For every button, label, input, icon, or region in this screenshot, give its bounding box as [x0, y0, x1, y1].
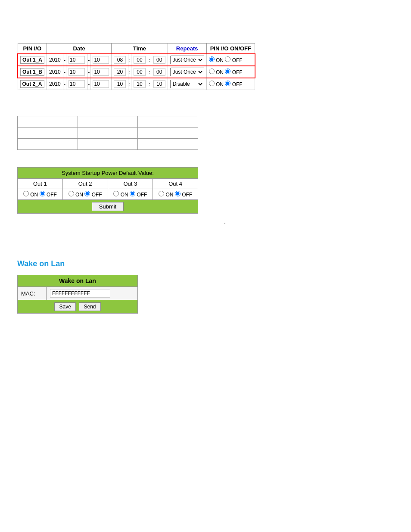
- date-sep1-2: -: [63, 66, 66, 78]
- startup-col-out2: Out 2: [62, 179, 108, 189]
- scheduler-min-1: [131, 54, 148, 66]
- off-radio-2[interactable]: [225, 68, 230, 74]
- startup-submit-cell: Submit: [18, 200, 198, 214]
- on-radio-2[interactable]: [209, 68, 215, 74]
- wol-title: Wake on Lan: [17, 259, 402, 268]
- startup-submit-button[interactable]: Submit: [92, 202, 124, 211]
- startup-out1-on-label[interactable]: ON: [23, 192, 38, 198]
- scheduler-section: PIN I/O Date Time Repeats PIN I/O ON/OFF…: [17, 43, 402, 90]
- wol-send-button[interactable]: Send: [79, 302, 100, 311]
- date-sep2-2: -: [87, 66, 90, 78]
- scheduler-table: PIN I/O Date Time Repeats PIN I/O ON/OFF…: [17, 43, 255, 90]
- scheduler-day-3: [90, 78, 112, 90]
- startup-out1-off-radio[interactable]: [40, 191, 45, 196]
- header-pin-io: PIN I/O: [18, 44, 47, 54]
- startup-out1-off-label[interactable]: OFF: [40, 192, 57, 198]
- scheduler-hour-2: [112, 66, 128, 78]
- sec-input-1[interactable]: [153, 56, 165, 64]
- scheduler-year-1: 2010: [47, 54, 63, 66]
- startup-submit-row: Submit: [18, 200, 198, 214]
- hour-input-2[interactable]: [114, 68, 126, 76]
- repeats-select-2[interactable]: RepeatsJust OnceDisable: [170, 68, 204, 76]
- startup-out4-off-radio[interactable]: [175, 191, 181, 196]
- sec-input-2[interactable]: [153, 68, 165, 76]
- scheduler-sec-1: [151, 54, 168, 66]
- off-radio-3[interactable]: [225, 81, 230, 86]
- startup-out2-off-label[interactable]: OFF: [84, 192, 102, 198]
- month-input-3[interactable]: [68, 80, 85, 88]
- header-time: Time: [112, 44, 168, 54]
- startup-table: System Startup Power Default Value: Out …: [17, 167, 198, 214]
- startup-col-out4: Out 4: [153, 179, 198, 189]
- min-input-3[interactable]: [134, 80, 146, 88]
- startup-out1-on-radio[interactable]: [23, 191, 29, 196]
- day-input-3[interactable]: [93, 80, 109, 88]
- off-label-3[interactable]: OFF: [225, 81, 242, 87]
- startup-col-out1: Out 1: [18, 179, 63, 189]
- startup-out2-off-radio[interactable]: [84, 191, 90, 196]
- min-input-2[interactable]: [134, 68, 146, 76]
- scheduler-repeats-1: RepeatsJust OnceDisable: [168, 54, 206, 66]
- scheduler-year-3: 2010: [47, 78, 63, 90]
- on-label-3[interactable]: ON: [209, 81, 224, 87]
- scheduler-pin-2: Out 1_B: [18, 66, 47, 78]
- scheduler-row-1: Out 1_A2010- - ::RepeatsJust OnceDisable…: [18, 54, 255, 66]
- startup-out2-on-radio[interactable]: [68, 191, 74, 196]
- day-input-1[interactable]: [93, 56, 109, 64]
- startup-out3-on-radio[interactable]: [113, 191, 119, 196]
- startup-out4-on-label[interactable]: ON: [159, 192, 173, 198]
- header-pin-onoff: PIN I/O ON/OFF: [206, 44, 255, 54]
- empty-cell: [18, 116, 78, 128]
- startup-values-row: ON OFF ON OFF ON OFF ON OFF: [18, 189, 198, 200]
- startup-out3-on-label[interactable]: ON: [113, 192, 128, 198]
- month-input-1[interactable]: [68, 56, 85, 64]
- wol-save-button[interactable]: Save: [54, 302, 75, 311]
- repeats-select-3[interactable]: RepeatsJust OnceDisable: [170, 80, 204, 88]
- on-label-2[interactable]: ON: [209, 69, 224, 75]
- day-input-2[interactable]: [93, 68, 109, 76]
- wol-table: Wake on Lan MAC: Save Send: [17, 275, 138, 314]
- startup-out2-on-label[interactable]: ON: [68, 192, 83, 198]
- empty-cell: [138, 139, 198, 150]
- repeats-select-1[interactable]: RepeatsJust OnceDisable: [170, 56, 204, 64]
- scheduler-hour-1: [112, 54, 128, 66]
- startup-out3-off-label[interactable]: OFF: [130, 192, 147, 198]
- month-input-2[interactable]: [68, 68, 85, 76]
- scheduler-day-1: [90, 54, 112, 66]
- scheduler-sec-3: [151, 78, 168, 90]
- sec-input-3[interactable]: [153, 80, 165, 88]
- empty-row-3: [18, 139, 198, 150]
- min-input-1[interactable]: [134, 56, 146, 64]
- on-radio-3[interactable]: [209, 81, 215, 86]
- empty-row-2: [18, 128, 198, 139]
- wol-mac-label: MAC:: [18, 287, 47, 300]
- off-radio-1[interactable]: [225, 56, 230, 62]
- empty-cell: [18, 128, 78, 139]
- startup-out3-off-radio[interactable]: [130, 191, 135, 196]
- scheduler-sec-2: [151, 66, 168, 78]
- hour-input-1[interactable]: [114, 56, 126, 64]
- dot-separator: .: [224, 218, 402, 225]
- on-label-1[interactable]: ON: [209, 57, 224, 63]
- scheduler-month-3: [66, 78, 87, 90]
- startup-section: System Startup Power Default Value: Out …: [17, 167, 402, 214]
- hour-input-3[interactable]: [114, 80, 126, 88]
- empty-table: [17, 116, 198, 150]
- empty-cell: [18, 139, 78, 150]
- wol-section: Wake on Lan Wake on Lan MAC: Save Send: [17, 259, 402, 314]
- scheduler-repeats-3: RepeatsJust OnceDisable: [168, 78, 206, 90]
- off-label-2[interactable]: OFF: [225, 69, 242, 75]
- scheduler-min-3: [131, 78, 148, 90]
- wol-mac-input[interactable]: [50, 289, 110, 298]
- empty-cell: [138, 116, 198, 128]
- empty-cell: [78, 116, 138, 128]
- header-repeats: Repeats: [168, 44, 206, 54]
- empty-cell: [78, 139, 138, 150]
- scheduler-month-1: [66, 54, 87, 66]
- startup-out4-on-radio[interactable]: [159, 191, 164, 196]
- scheduler-year-2: 2010: [47, 66, 63, 78]
- on-radio-1[interactable]: [209, 56, 215, 62]
- off-label-1[interactable]: OFF: [225, 57, 242, 63]
- time-sep1-3: :: [128, 78, 131, 90]
- startup-out4-off-label[interactable]: OFF: [175, 192, 192, 198]
